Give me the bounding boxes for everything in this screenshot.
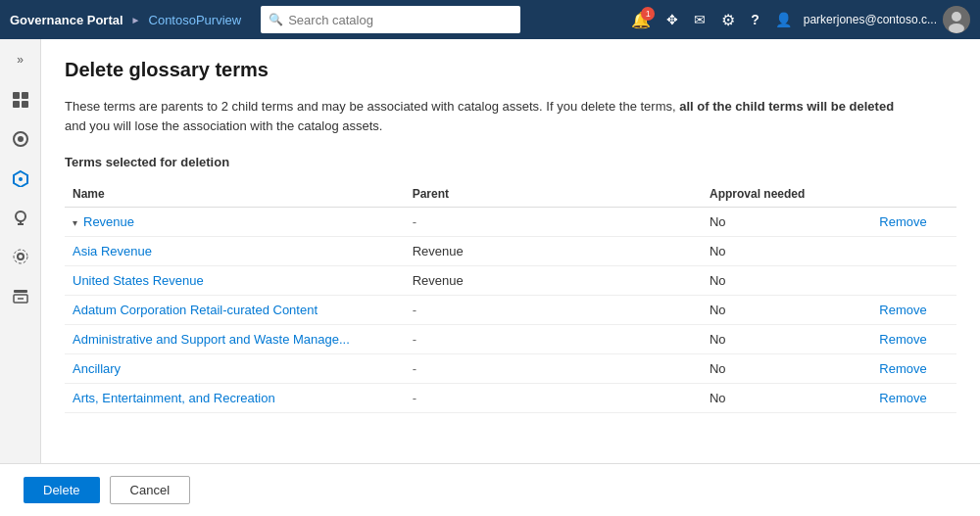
help-icon: ?	[751, 12, 760, 27]
svg-point-14	[18, 254, 24, 259]
remove-button[interactable]: Remove	[879, 391, 926, 405]
svg-rect-16	[14, 290, 27, 293]
alert-icon: ✉	[694, 12, 706, 27]
warning-text-part1: These terms are parents to 2 child terms…	[65, 99, 894, 114]
sub-portal-name[interactable]: ContosoPurview	[149, 13, 242, 27]
sidebar-item-management[interactable]	[3, 239, 38, 274]
term-parent: -	[405, 208, 702, 237]
sidebar-item-glossary[interactable]	[3, 161, 38, 196]
term-parent: -	[405, 384, 702, 413]
dash: -	[413, 361, 416, 376]
term-parent: -	[405, 354, 702, 384]
warning-message: These terms are parents to 2 child terms…	[65, 97, 917, 135]
term-name-link[interactable]: Revenue	[83, 214, 134, 229]
remove-button[interactable]: Remove	[879, 303, 926, 317]
dash: -	[413, 332, 416, 347]
content-area: Delete glossary terms These terms are pa…	[41, 39, 980, 463]
user-email: parkerjones@contoso.c...	[804, 13, 937, 26]
term-parent: Revenue	[405, 266, 702, 296]
sidebar-item-home[interactable]	[3, 82, 38, 117]
term-approval: No	[702, 266, 871, 296]
term-approval: No	[702, 325, 871, 354]
sidebar-item-catalog[interactable]	[3, 121, 38, 157]
chevron-down-icon: ▾	[73, 217, 77, 228]
svg-point-15	[14, 250, 27, 263]
svg-rect-6	[22, 101, 28, 108]
dash: -	[413, 391, 416, 405]
term-name-link[interactable]: Ancillary	[73, 361, 121, 376]
sidebar: »	[0, 39, 41, 463]
search-bar: 🔍	[261, 6, 520, 33]
table-row: ▾Revenue-NoRemove	[65, 208, 956, 237]
remove-button[interactable]: Remove	[879, 361, 926, 376]
section-title: Terms selected for deletion	[65, 155, 956, 169]
svg-rect-4	[22, 92, 28, 99]
svg-rect-3	[13, 92, 20, 99]
table-row: Ancillary-NoRemove	[65, 354, 956, 384]
nav-separator: ►	[131, 15, 141, 25]
svg-point-8	[18, 136, 24, 142]
term-name-link[interactable]: Adatum Corporation Retail-curated Conten…	[73, 303, 318, 317]
top-navigation: Governance Portal ► ContosoPurview 🔍 🔔 1…	[0, 0, 980, 39]
table-row: United States RevenueRevenueNo	[65, 266, 956, 296]
column-header-approval: Approval needed	[702, 181, 871, 208]
svg-point-11	[16, 211, 25, 221]
page-title: Delete glossary terms	[65, 59, 956, 81]
nav-brand: Governance Portal ► ContosoPurview	[10, 13, 241, 27]
column-header-action	[871, 181, 956, 208]
sidebar-item-insights[interactable]	[3, 200, 38, 235]
column-header-parent: Parent	[405, 181, 702, 208]
warning-text-part2: and you will lose the association with t…	[65, 118, 382, 133]
term-name-link[interactable]: United States Revenue	[73, 273, 204, 288]
term-name-link[interactable]: Asia Revenue	[73, 244, 152, 258]
grid-icon: ✥	[666, 12, 678, 27]
svg-point-1	[952, 12, 961, 22]
term-name-link[interactable]: Arts, Entertainment, and Recreation	[73, 391, 275, 405]
term-name-link[interactable]: Administrative and Support and Waste Man…	[73, 332, 350, 347]
notifications-button[interactable]: 🔔 1	[627, 7, 655, 33]
portal-name[interactable]: Governance Portal	[10, 13, 123, 27]
term-approval: No	[702, 237, 871, 266]
user-menu[interactable]: parkerjones@contoso.c...	[804, 6, 970, 33]
column-header-name: Name	[65, 181, 405, 208]
person-icon: 👤	[775, 12, 792, 27]
dash: -	[413, 303, 416, 317]
term-approval: No	[702, 208, 871, 237]
alerts-button[interactable]: ✉	[690, 8, 710, 31]
connections-button[interactable]: ✥	[662, 8, 682, 31]
sidebar-item-archive[interactable]	[3, 278, 38, 313]
svg-rect-5	[13, 101, 20, 108]
term-parent: Revenue	[405, 237, 702, 266]
table-row: Adatum Corporation Retail-curated Conten…	[65, 296, 956, 325]
settings-button[interactable]: ⚙	[717, 7, 739, 33]
main-area: »	[0, 39, 980, 463]
expand-collapse-button[interactable]: »	[11, 47, 29, 72]
table-row: Arts, Entertainment, and Recreation-NoRe…	[65, 384, 956, 413]
terms-table: Name Parent Approval needed ▾Revenue-NoR…	[65, 181, 956, 413]
svg-point-10	[19, 177, 23, 181]
delete-button[interactable]: Delete	[24, 477, 100, 503]
section-header: Terms selected for deletion	[65, 155, 956, 181]
nav-right-controls: 🔔 1 ✥ ✉ ⚙ ? 👤 parkerjones@contoso.c...	[627, 6, 970, 33]
notification-badge: 1	[641, 7, 655, 21]
avatar	[943, 6, 970, 33]
remove-button[interactable]: Remove	[879, 214, 926, 229]
feedback-button[interactable]: 👤	[771, 8, 796, 31]
term-parent: -	[405, 296, 702, 325]
search-icon: 🔍	[269, 13, 283, 26]
svg-point-2	[949, 23, 964, 33]
remove-button[interactable]: Remove	[879, 332, 926, 347]
help-button[interactable]: ?	[747, 8, 763, 31]
term-approval: No	[702, 384, 871, 413]
term-approval: No	[702, 354, 871, 384]
dash: -	[413, 214, 416, 229]
term-parent: -	[405, 325, 702, 354]
cancel-button[interactable]: Cancel	[110, 476, 190, 504]
table-row: Administrative and Support and Waste Man…	[65, 325, 956, 354]
table-row: Asia RevenueRevenueNo	[65, 237, 956, 266]
gear-icon: ⚙	[721, 11, 735, 29]
term-approval: No	[702, 296, 871, 325]
footer: Delete Cancel	[0, 463, 980, 516]
search-input[interactable]	[261, 6, 520, 33]
